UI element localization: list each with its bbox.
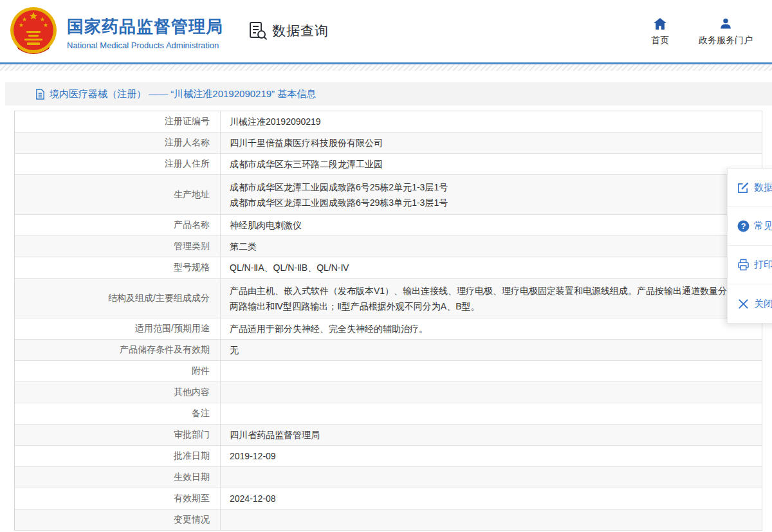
field-value: 成都市成华区东三环路二段龙潭工业园 — [221, 154, 762, 174]
hatch-band — [0, 64, 772, 71]
field-value-line: 川械注准20192090219 — [230, 114, 762, 129]
field-label: 生效日期 — [15, 467, 221, 488]
site-header: 国家药品监督管理局 National Medical Products Admi… — [0, 0, 772, 62]
field-value: 2019-12-09 — [221, 446, 762, 466]
field-value: 第二类 — [221, 236, 762, 257]
field-label: 其他内容 — [15, 382, 221, 403]
field-label: 产品储存条件及有效期 — [15, 340, 221, 360]
page-title: 境内医疗器械（注册） —— “川械注准20192090219” 基本信息 — [50, 88, 316, 100]
table-row: 注册人名称 四川千里倍益康医疗科技股份有限公司 — [15, 133, 762, 154]
float-menu-item[interactable]: 关闭页面 — [728, 284, 772, 323]
national-emblem-logo[interactable] — [9, 5, 58, 57]
site-title-cn: 国家药品监督管理局 — [67, 15, 223, 38]
field-label: 批准日期 — [15, 446, 221, 466]
data-query-link[interactable]: 数据查询 — [248, 21, 329, 41]
field-value: 无 — [221, 340, 762, 360]
float-menu-item-label: 打印页面 — [754, 259, 772, 271]
field-label: 注册人住所 — [15, 154, 221, 174]
field-label: 适用范围/预期用途 — [15, 318, 221, 339]
field-value: 川械注准20192090219 — [221, 111, 762, 132]
table-row: 适用范围/预期用途 产品适用于部分失神经、完全失神经的辅助治疗。 — [15, 318, 762, 340]
field-value: QL/N-ⅡA、QL/N-ⅡB、QL/N-Ⅳ — [221, 257, 762, 278]
table-row: 结构及组成/主要组成成分 产品由主机、嵌入式软件（发布版本V1）、输出连接线、理… — [15, 279, 762, 318]
table-row: 产品储存条件及有效期 无 — [15, 340, 762, 361]
field-value — [221, 509, 762, 530]
field-value-line: 成都市成华区东三环路二段龙潭工业园 — [230, 156, 762, 172]
float-menu-item[interactable]: 数据反馈 — [728, 169, 772, 207]
document-icon — [35, 89, 45, 100]
field-label: 结构及组成/主要组成成分 — [15, 279, 221, 318]
float-menu-item-label: 关闭页面 — [754, 298, 772, 310]
info-table-body: 注册证编号 川械注准20192090219 注册人名称 四川千里倍益康医疗科技股… — [15, 111, 762, 531]
site-logo-text[interactable]: 国家药品监督管理局 National Medical Products Admi… — [67, 15, 223, 50]
float-menu-item-label: 数据反馈 — [754, 181, 772, 194]
table-row: 注册证编号 川械注准20192090219 — [15, 111, 762, 133]
data-query-label: 数据查询 — [272, 22, 329, 40]
table-row: 管理类别 第二类 — [15, 236, 762, 257]
field-value-line: 四川千里倍益康医疗科技股份有限公司 — [230, 135, 762, 151]
table-row: 审批部门 四川省药品监督管理局 — [15, 425, 762, 446]
field-value-line: 第二类 — [230, 239, 762, 254]
nav-home[interactable]: 首页 — [642, 17, 678, 46]
user-icon — [719, 17, 732, 30]
svg-text:?: ? — [741, 222, 746, 231]
site-title-en: National Medical Products Administration — [67, 41, 223, 50]
nav-gov-portal[interactable]: 政务服务门户 — [694, 17, 758, 46]
table-row: 批准日期 2019-12-09 — [15, 446, 762, 467]
field-label: 备注 — [15, 403, 221, 424]
field-value: 四川省药品监督管理局 — [221, 425, 762, 445]
field-value-line: 产品适用于部分失神经、完全失神经的辅助治疗。 — [230, 321, 762, 336]
info-table: 注册证编号 川械注准20192090219 注册人名称 四川千里倍益康医疗科技股… — [14, 111, 762, 531]
field-label: 型号规格 — [15, 257, 221, 278]
edit-icon — [737, 181, 749, 194]
table-row: 附件 — [15, 361, 762, 382]
table-row: 生产地址 成都市成华区龙潭工业园成致路6号25栋2单元1-3层1号成都市成华区龙… — [15, 175, 762, 215]
field-label: 审批部门 — [15, 425, 221, 445]
field-label: 生产地址 — [15, 175, 221, 214]
field-value: 成都市成华区龙潭工业园成致路6号25栋2单元1-3层1号成都市成华区龙潭工业园成… — [221, 175, 762, 214]
float-menu-item[interactable]: 打印页面 — [728, 246, 772, 284]
doc-search-icon — [248, 21, 268, 41]
close-icon — [737, 298, 749, 310]
field-value — [221, 361, 762, 381]
float-menu: 数据反馈 ? 常见问题 打印页面 关闭页面 — [727, 168, 772, 324]
field-value — [221, 467, 762, 488]
field-value-line: 神经肌肉电刺激仪 — [230, 217, 762, 233]
field-value: 产品适用于部分失神经、完全失神经的辅助治疗。 — [221, 318, 762, 339]
field-value-line: 无 — [230, 342, 762, 358]
field-label: 注册人名称 — [15, 133, 221, 153]
table-row: 生效日期 — [15, 467, 762, 488]
field-value-line: 四川省药品监督管理局 — [230, 427, 762, 443]
print-icon — [737, 259, 749, 271]
home-icon — [653, 17, 667, 30]
section-title-bar: 境内医疗器械（注册） —— “川械注准20192090219” 基本信息 — [5, 82, 772, 105]
table-row: 注册人住所 成都市成华区东三环路二段龙潭工业园 — [15, 154, 762, 175]
float-menu-item[interactable]: ? 常见问题 — [728, 207, 772, 246]
field-value — [221, 403, 762, 424]
table-row: 有效期至 2024-12-08 — [15, 488, 762, 509]
field-label: 管理类别 — [15, 236, 221, 257]
table-row: 型号规格 QL/N-ⅡA、QL/N-ⅡB、QL/N-Ⅳ — [15, 257, 762, 279]
field-value-line: 两路输出和Ⅳ型四路输出；Ⅱ型产品根据外观不同分为A、B型。 — [230, 298, 762, 314]
nav-gov-portal-label: 政务服务门户 — [699, 35, 753, 46]
field-value-line: 成都市成华区龙潭工业园成致路6号25栋2单元1-3层1号 — [230, 179, 762, 195]
field-value: 产品由主机、嵌入式软件（发布版本V1）、输出连接线、理疗电极、理疗电极固定装置和… — [221, 279, 762, 318]
table-row: 备注 — [15, 403, 762, 425]
nav-home-label: 首页 — [651, 35, 669, 46]
table-row: 其他内容 — [15, 382, 762, 403]
field-value-line: 产品由主机、嵌入式软件（发布版本V1）、输出连接线、理疗电极、理疗电极固定装置和… — [230, 283, 762, 298]
field-value-line: 2019-12-09 — [230, 448, 762, 464]
field-value-line: 成都市成华区龙潭工业园成致路6号29栋3单元1-3层1号 — [230, 195, 762, 210]
field-value-line: 2024-12-08 — [230, 491, 762, 506]
table-row: 产品名称 神经肌肉电刺激仪 — [15, 215, 762, 236]
field-value: 四川千里倍益康医疗科技股份有限公司 — [221, 133, 762, 153]
field-label: 有效期至 — [15, 488, 221, 509]
field-label: 变更情况 — [15, 509, 221, 530]
field-value: 神经肌肉电刺激仪 — [221, 215, 762, 235]
field-value — [221, 382, 762, 403]
table-row: 变更情况 — [15, 509, 762, 531]
field-label: 附件 — [15, 361, 221, 381]
field-label: 产品名称 — [15, 215, 221, 235]
question-icon: ? — [737, 220, 749, 232]
field-label: 注册证编号 — [15, 111, 221, 132]
